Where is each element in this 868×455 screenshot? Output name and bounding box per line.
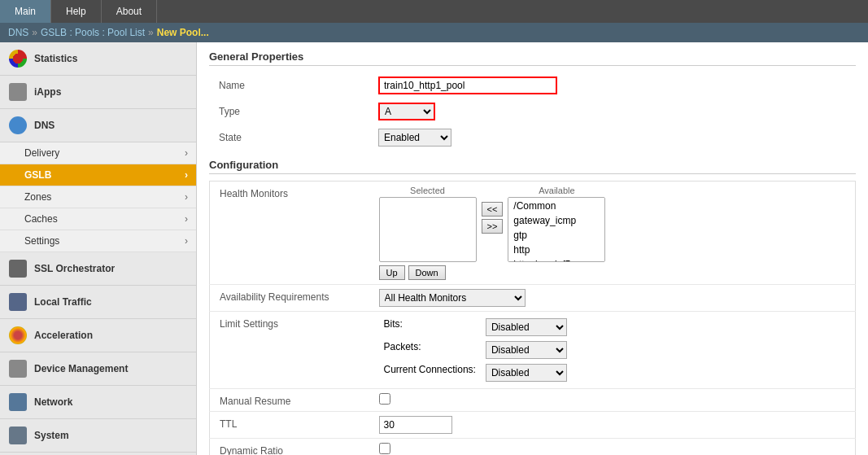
selected-panel: Selected (379, 186, 477, 262)
manual-resume-label: Manual Resume (210, 389, 373, 412)
type-select[interactable]: A AAAA CNAME MX NAPTR SRV (378, 103, 435, 120)
sidebar-label-settings: Settings (24, 235, 59, 247)
network-icon (8, 392, 28, 412)
sidebar-label-zones: Zones (24, 191, 51, 203)
state-label: State (209, 125, 372, 151)
manual-resume-value (373, 389, 856, 412)
arrow-icon-delivery: › (185, 147, 188, 159)
sidebar-dns-sub: Delivery › GSLB › Zones › Caches › Setti… (0, 142, 196, 252)
sidebar-item-network[interactable]: Network (0, 386, 196, 419)
arrow-icon-zones: › (185, 191, 188, 203)
sidebar-item-ssl-orchestrator[interactable]: SSL Orchestrator (0, 252, 196, 286)
sidebar-item-statistics[interactable]: Statistics (0, 42, 196, 76)
config-section: Configuration Health Monitors Selected (209, 159, 856, 455)
state-value-cell: Enabled Disabled (372, 125, 856, 151)
type-row: Type A AAAA CNAME MX NAPTR SRV (209, 98, 856, 125)
name-row: Name (209, 72, 856, 98)
sidebar-label-network: Network (34, 396, 72, 408)
state-select[interactable]: Enabled Disabled (378, 129, 451, 147)
config-table: Health Monitors Selected << >> (209, 181, 856, 455)
sidebar-item-gslb[interactable]: GSLB › (0, 164, 196, 186)
bits-select[interactable]: Disabled Enabled (486, 318, 567, 336)
top-nav: Main Help About (0, 0, 868, 23)
available-panel: Available /Common gateway_icmp gtp http … (508, 186, 605, 262)
sidebar-item-delivery[interactable]: Delivery › (0, 142, 196, 164)
sidebar-item-device-management[interactable]: Device Management (0, 352, 196, 386)
name-input[interactable] (378, 77, 557, 94)
dynamic-ratio-checkbox[interactable] (379, 443, 390, 454)
bc-sep2: » (148, 27, 154, 38)
availability-value: All Health Monitors At Least Require All (373, 285, 856, 312)
breadcrumb: DNS » GSLB : Pools : Pool List » New Poo… (0, 23, 868, 42)
connections-select[interactable]: Disabled Enabled (486, 364, 567, 382)
type-label: Type (209, 98, 372, 125)
move-right-button[interactable]: >> (482, 219, 504, 234)
ttl-value (373, 412, 856, 439)
bc-new-pool: New Pool... (157, 27, 209, 38)
selected-listbox[interactable] (379, 197, 477, 262)
down-button[interactable]: Down (408, 265, 446, 280)
health-monitors-value: Selected << >> Available (373, 182, 856, 285)
limit-settings-value: Bits: Disabled Enabled (373, 312, 856, 389)
name-value-cell (372, 72, 856, 98)
accel-icon (8, 326, 28, 345)
sidebar-item-settings[interactable]: Settings › (0, 230, 196, 252)
dynamic-ratio-label: Dynamic Ratio (210, 439, 373, 456)
ttl-input[interactable] (379, 416, 452, 434)
tab-help[interactable]: Help (51, 0, 102, 23)
sidebar-item-caches[interactable]: Caches › (0, 208, 196, 230)
limit-table: Bits: Disabled Enabled (379, 316, 572, 384)
tab-about[interactable]: About (102, 0, 157, 23)
sidebar-item-zones[interactable]: Zones › (0, 186, 196, 208)
sidebar-item-system[interactable]: System (0, 419, 196, 453)
hm-transfer-buttons: << >> (482, 202, 504, 234)
dns-icon (8, 116, 28, 135)
config-title: Configuration (209, 159, 856, 174)
sidebar-label-delivery: Delivery (24, 147, 59, 159)
sidebar-item-iapps[interactable]: iApps (0, 76, 196, 109)
bits-value-cell: Disabled Enabled (481, 316, 572, 339)
dynamic-ratio-row: Dynamic Ratio (210, 439, 856, 456)
arrow-icon-gslb: › (185, 169, 188, 181)
bc-sep1: » (32, 27, 37, 38)
sidebar-label-gslb: GSLB (24, 169, 51, 181)
bc-gslb-pools[interactable]: GSLB : Pools : Pool List (41, 27, 145, 38)
available-listbox[interactable]: /Common gateway_icmp gtp http http_head_… (508, 197, 605, 262)
hm-option-http-head: http_head_f5 (510, 257, 603, 262)
name-label: Name (209, 72, 372, 98)
sidebar-label-local-traffic: Local Traffic (34, 296, 92, 308)
system-icon (8, 426, 28, 445)
availability-select[interactable]: All Health Monitors At Least Require All (379, 289, 526, 307)
sidebar-label-acceleration: Acceleration (34, 330, 93, 341)
up-button[interactable]: Up (379, 265, 405, 280)
sidebar-label-ssl: SSL Orchestrator (34, 263, 115, 274)
sidebar-item-local-traffic[interactable]: Local Traffic (0, 286, 196, 319)
bits-label: Bits: (379, 316, 481, 339)
general-properties-table: Name Type A AAAA CNAME MX (209, 72, 856, 151)
move-left-button[interactable]: << (482, 202, 504, 217)
sidebar-item-dns[interactable]: DNS (0, 109, 196, 142)
arrow-icon-caches: › (185, 213, 188, 225)
sidebar: Statistics iApps DNS Delivery › GSLB (0, 42, 197, 455)
dynamic-ratio-value (373, 439, 856, 456)
packets-label: Packets: (379, 339, 481, 361)
available-label: Available (508, 186, 605, 195)
sidebar-label-dns: DNS (34, 120, 55, 131)
tab-main[interactable]: Main (0, 0, 51, 23)
packets-row: Packets: Disabled Enabled (379, 339, 572, 361)
sidebar-item-acceleration[interactable]: Acceleration (0, 319, 196, 352)
stats-icon (8, 49, 28, 68)
manual-resume-checkbox[interactable] (379, 393, 390, 405)
hm-option-gtp: gtp (510, 228, 603, 243)
availability-row: Availability Requirements All Health Mon… (210, 285, 856, 312)
sidebar-label-device-management: Device Management (34, 363, 128, 374)
sidebar-label-caches: Caches (24, 213, 58, 225)
bits-row: Bits: Disabled Enabled (379, 316, 572, 339)
general-properties-title: General Properties (209, 50, 856, 66)
bc-dns[interactable]: DNS (8, 27, 28, 38)
hm-option-gateway: gateway_icmp (510, 213, 603, 228)
packets-select[interactable]: Disabled Enabled (486, 341, 567, 359)
content-inner: General Properties Name Type A AA (197, 42, 868, 455)
limit-settings-row: Limit Settings Bits: Disabled Enabled (210, 312, 856, 389)
local-traffic-icon (8, 292, 28, 312)
